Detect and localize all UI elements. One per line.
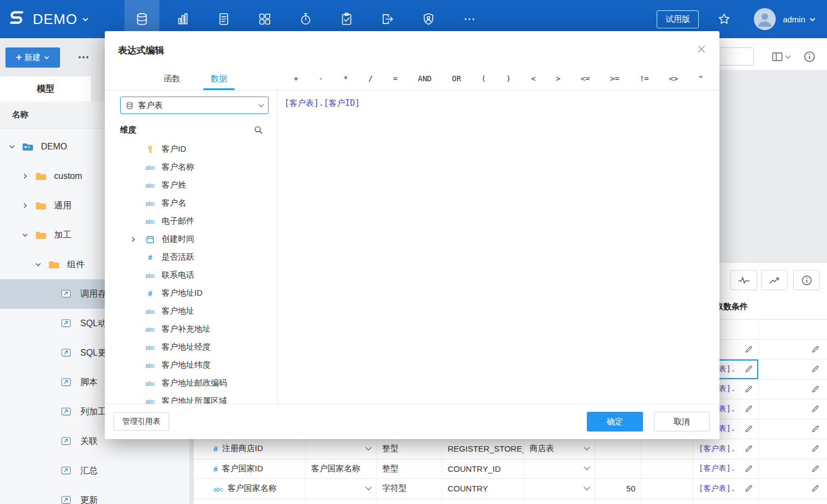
field-list-item[interactable]: abc # 客户地址所属区域 [114, 392, 273, 404]
field-list-item[interactable]: abc # 客户名 [114, 194, 273, 212]
operator-button[interactable]: * [343, 74, 348, 83]
edit-formula-button[interactable] [745, 445, 753, 453]
fetch-condition-cell[interactable] [759, 320, 827, 339]
expression-editor[interactable]: [客户表].[客户ID] [278, 91, 719, 404]
field-expand-chevron-icon[interactable] [130, 218, 142, 225]
operator-button[interactable]: / [368, 74, 373, 83]
edit-formula-button[interactable] [745, 425, 753, 433]
favorites-button[interactable] [717, 13, 731, 26]
edit-condition-button[interactable] [811, 345, 819, 353]
field-list-item[interactable]: abc # 客户ID [114, 140, 273, 158]
name-assoc-cell[interactable] [306, 479, 377, 499]
edit-formula-button[interactable] [745, 385, 753, 393]
tree-expand-chevron-icon[interactable] [22, 173, 35, 179]
sidebar-more-button[interactable] [75, 53, 92, 62]
field-expand-chevron-icon[interactable] [130, 182, 142, 189]
fetch-condition-cell[interactable] [759, 439, 827, 459]
fetch-condition-cell[interactable] [759, 380, 827, 399]
tree-expand-chevron-icon[interactable] [48, 438, 61, 445]
fetch-condition-cell[interactable] [759, 499, 827, 504]
assoc-table-cell[interactable] [524, 459, 595, 479]
preview-data-button[interactable] [730, 270, 757, 290]
field-search-button[interactable] [254, 125, 263, 135]
field-expand-chevron-icon[interactable] [130, 362, 142, 369]
field-list-item[interactable]: abc # 客户补充地址 [114, 320, 273, 338]
tree-item[interactable]: 汇总 [0, 456, 189, 485]
operator-button[interactable]: = [393, 74, 397, 83]
tree-expand-chevron-icon[interactable] [48, 497, 61, 503]
field-list-item[interactable]: abc # 客户地址 [114, 302, 273, 320]
operator-button[interactable]: >= [610, 74, 620, 83]
edit-condition-button[interactable] [811, 484, 819, 493]
field-list-item[interactable]: abc # 客户名称 [114, 158, 273, 176]
field-expand-chevron-icon[interactable] [130, 272, 142, 279]
info-button[interactable] [804, 51, 816, 63]
operator-button[interactable]: > [556, 74, 560, 83]
field-expand-chevron-icon[interactable] [130, 164, 142, 171]
ok-button[interactable]: 确定 [587, 412, 643, 431]
tree-expand-chevron-icon[interactable] [48, 350, 61, 356]
dialog-tab[interactable]: 数据 [207, 67, 230, 90]
field-list-item[interactable]: abc # 联系电话 [114, 266, 273, 284]
field-list-item[interactable]: abc # 客户地址纬度 [114, 356, 273, 374]
field-expand-chevron-icon[interactable] [130, 236, 142, 243]
formula-cell[interactable]: [客户表]. [693, 479, 759, 499]
user-avatar[interactable] [754, 8, 776, 30]
tree-expand-chevron-icon[interactable] [48, 320, 61, 327]
tree-expand-chevron-icon[interactable] [9, 143, 22, 150]
operator-button[interactable]: <> [669, 74, 679, 83]
tree-expand-chevron-icon[interactable] [22, 202, 35, 209]
operator-button[interactable]: OR [452, 74, 461, 83]
edit-formula-button[interactable] [745, 405, 753, 413]
assoc-table-cell[interactable]: 商店表 [524, 439, 595, 459]
fetch-condition-cell[interactable] [759, 359, 827, 379]
cancel-button[interactable]: 取消 [654, 412, 710, 431]
edit-condition-button[interactable] [811, 465, 819, 473]
tree-expand-chevron-icon[interactable] [48, 409, 61, 415]
table-select[interactable]: 客户表 [120, 97, 269, 114]
field-expand-chevron-icon[interactable] [130, 344, 142, 351]
dialog-tab[interactable]: 函数 [160, 67, 183, 90]
tree-expand-chevron-icon[interactable] [48, 379, 61, 386]
field-expand-chevron-icon[interactable] [130, 326, 142, 333]
close-button[interactable] [697, 44, 706, 54]
grid-info-button[interactable] [793, 270, 820, 290]
trial-version-button[interactable]: 试用版 [657, 10, 699, 28]
trend-button[interactable] [761, 270, 788, 290]
operator-button[interactable]: <= [581, 74, 590, 83]
formula-cell[interactable] [693, 499, 759, 504]
name-assoc-cell[interactable] [306, 499, 377, 504]
operator-button[interactable]: != [640, 74, 649, 83]
tab-model[interactable]: 模型 [0, 76, 92, 101]
formula-cell[interactable]: [客户表]. [693, 439, 759, 459]
operator-button[interactable]: < [531, 74, 536, 83]
user-menu-chevron-icon[interactable] [809, 16, 816, 23]
field-list-item[interactable]: abc # 客户地址邮政编码 [114, 374, 273, 392]
name-assoc-cell[interactable] [306, 439, 377, 459]
operator-button[interactable]: AND [418, 74, 432, 83]
field-list-item[interactable]: abc # 电子邮件 [114, 212, 273, 230]
chevron-down-icon[interactable] [584, 444, 590, 450]
edit-formula-button[interactable] [745, 465, 753, 473]
edit-condition-button[interactable] [811, 365, 819, 373]
chevron-down-icon[interactable] [365, 444, 371, 450]
field-expand-chevron-icon[interactable] [130, 380, 142, 387]
brand-menu[interactable]: DEMO [5, 0, 89, 38]
edit-formula-button[interactable] [745, 365, 753, 373]
new-button[interactable]: + 新建 [5, 47, 60, 68]
edit-condition-button[interactable] [811, 405, 819, 413]
assoc-table-cell[interactable] [524, 499, 595, 504]
field-list-item[interactable]: abc # 客户地址ID [114, 284, 273, 302]
fetch-condition-cell[interactable] [759, 340, 827, 359]
fetch-condition-cell[interactable] [759, 419, 827, 439]
chevron-down-icon[interactable] [584, 484, 590, 490]
edit-condition-button[interactable] [811, 385, 819, 393]
operator-button[interactable]: ( [481, 74, 486, 83]
field-list-item[interactable]: abc # 客户姓 [114, 176, 273, 194]
tree-expand-chevron-icon[interactable] [22, 232, 35, 238]
field-expand-chevron-icon[interactable] [130, 308, 142, 315]
edit-formula-button[interactable] [745, 484, 753, 493]
field-expand-chevron-icon[interactable] [130, 398, 142, 404]
fetch-condition-cell[interactable] [759, 459, 827, 479]
field-expand-chevron-icon[interactable] [130, 200, 142, 207]
